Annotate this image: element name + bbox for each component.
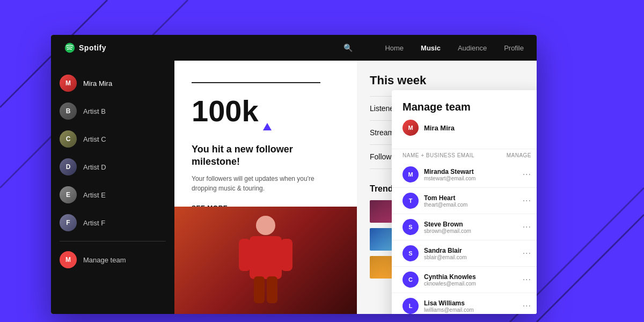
sidebar-item-manage-team[interactable]: M Manage team [51,246,174,274]
member-name-tom: Tom Heart [424,194,517,202]
team-member-sandra: S Sandra Blair sblair@email.com ··· [392,240,537,267]
sidebar: M Mira Mira B Artist B C Artist C D Arti… [51,61,174,314]
manage-owner-name: Mira Mira [424,124,455,132]
member-email-tom: theart@email.com [424,202,517,208]
sidebar-divider [60,241,166,241]
member-avatar-cynthia: C [402,272,419,288]
member-menu-cynthia[interactable]: ··· [523,275,531,284]
main-content: 100k You hit a new follower milestone! Y… [174,61,537,314]
col-manage-label: MANAGE [507,152,531,158]
manage-owner-avatar: M [402,120,419,136]
logo-area: Spotify [64,42,106,54]
this-week-title: This week [370,74,524,87]
member-avatar-lisa: L [402,298,419,314]
sidebar-item-artist-b[interactable]: B Artist B [51,97,174,125]
avatar-c: C [60,130,77,148]
search-icon[interactable]: 🔍 [343,43,353,52]
sidebar-item-artist-e[interactable]: E Artist E [51,181,174,209]
avatar-f: F [60,214,77,231]
member-email-miranda: mstewart@email.com [424,175,517,181]
member-avatar-steve: S [402,219,419,235]
member-email-sandra: sblair@email.com [424,254,517,260]
member-name-cynthia: Cynthia Knowles [424,273,517,281]
svg-rect-7 [239,239,251,271]
member-menu-sandra[interactable]: ··· [523,248,531,258]
artist-photo [174,207,357,314]
sidebar-label-e: Artist E [83,191,106,199]
sidebar-label-manage: Manage team [83,256,126,264]
member-info-lisa: Lisa Williams lwilliams@email.com [424,299,517,313]
manage-team-card-title: Manage team [402,101,531,113]
member-menu-steve[interactable]: ··· [523,222,531,232]
nav-audience[interactable]: Audience [458,44,487,52]
avatar-manage: M [60,251,77,268]
app-window: Spotify 🔍 Home Music Audience Profile M … [51,35,537,314]
left-panel: 100k You hit a new follower milestone! Y… [174,61,357,314]
member-name-lisa: Lisa Williams [424,299,517,307]
sidebar-item-artist-d[interactable]: D Artist D [51,153,174,181]
avatar-b: B [60,103,77,120]
team-member-cynthia: C Cynthia Knowles cknowles@email.com ··· [392,267,537,293]
team-member-lisa: L Lisa Williams lwilliams@email.com ··· [392,293,537,314]
member-name-miranda: Miranda Stewart [424,168,517,175]
sidebar-label-c: Artist C [83,135,106,143]
logo-text: Spotify [79,43,106,52]
member-avatar-sandra: S [402,245,419,261]
sidebar-label-f: Artist F [83,219,105,227]
avatar-mira: M [60,75,77,92]
nav-profile[interactable]: Profile [504,44,524,52]
sidebar-label-b: Artist B [83,107,106,115]
top-nav: Spotify 🔍 Home Music Audience Profile [51,35,537,61]
avatar-d: D [60,158,77,175]
member-menu-lisa[interactable]: ··· [523,301,531,311]
member-info-tom: Tom Heart theart@email.com [424,194,517,208]
manage-owner-row: M Mira Mira [402,120,531,136]
member-avatar-miranda: M [402,166,419,182]
col-name-label: NAME + BUSINESS EMAIL [402,152,474,158]
manage-team-columns: NAME + BUSINESS EMAIL MANAGE [392,149,537,162]
nav-home[interactable]: Home [385,44,404,52]
sidebar-item-artist-c[interactable]: C Artist C [51,125,174,153]
app-body: M Mira Mira B Artist B C Artist C D Arti… [51,61,537,314]
member-menu-miranda[interactable]: ··· [523,170,531,179]
artist-figure-svg [233,209,298,311]
sidebar-item-mira-mira[interactable]: M Mira Mira [51,69,174,97]
svg-rect-6 [250,236,282,279]
milestone-triangle-icon [263,123,272,130]
milestone-line [192,82,320,83]
member-email-steve: sbrown@email.com [424,228,517,234]
member-info-sandra: Sandra Blair sblair@email.com [424,247,517,260]
sidebar-label-d: Artist D [83,163,106,171]
svg-line-2 [537,215,644,322]
milestone-number: 100k [192,96,259,126]
team-member-miranda: M Miranda Stewart mstewart@email.com ··· [392,162,537,188]
member-name-steve: Steve Brown [424,221,517,228]
team-member-steve: S Steve Brown sbrown@email.com ··· [392,214,537,240]
manage-team-card: Manage team M Mira Mira NAME + BUSINESS … [392,90,537,314]
svg-rect-10 [267,276,277,303]
team-member-tom: T Tom Heart theart@email.com ··· [392,188,537,214]
member-email-lisa: lwilliams@email.com [424,307,517,313]
svg-rect-9 [254,276,265,303]
svg-point-4 [65,43,75,53]
song-thumb-essentials [370,256,392,279]
member-info-miranda: Miranda Stewart mstewart@email.com [424,168,517,181]
song-thumb-discovers [370,200,392,223]
member-info-cynthia: Cynthia Knowles cknowles@email.com [424,273,517,287]
milestone-description: Your followers will get updates when you… [192,174,340,193]
sidebar-label-mira: Mira Mira [83,79,112,87]
sidebar-item-artist-f[interactable]: F Artist F [51,209,174,237]
nav-links: Home Music Audience Profile [385,44,524,52]
milestone-title: You hit a new follower milestone! [192,143,340,169]
member-avatar-tom: T [402,193,419,209]
svg-rect-8 [281,239,292,271]
member-name-sandra: Sandra Blair [424,247,517,254]
avatar-e: E [60,186,77,203]
nav-music[interactable]: Music [421,44,441,52]
member-info-steve: Steve Brown sbrown@email.com [424,221,517,234]
song-thumb-onroad [370,228,392,251]
manage-team-header: Manage team M Mira Mira [392,90,537,149]
spotify-logo-icon [64,42,76,54]
member-menu-tom[interactable]: ··· [523,196,531,206]
member-email-cynthia: cknowles@email.com [424,281,517,287]
